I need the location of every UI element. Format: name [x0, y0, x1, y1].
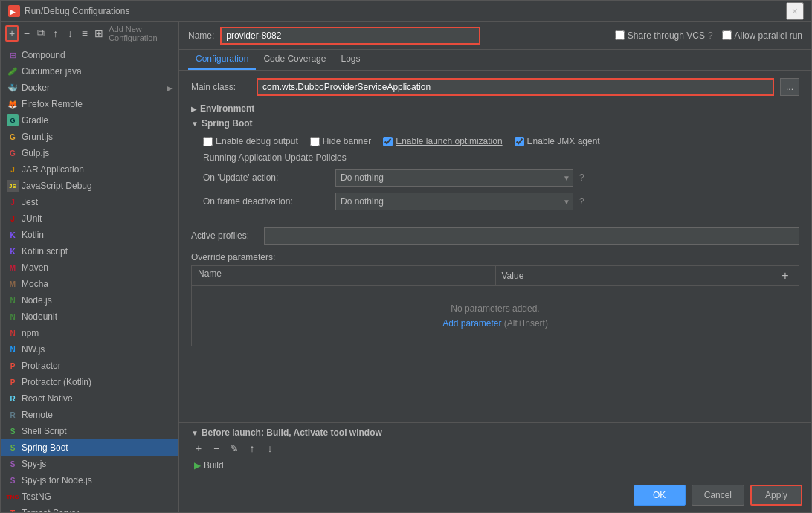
tab-code-coverage[interactable]: Code Coverage [256, 49, 333, 70]
gulp-label: Gulp.js [22, 148, 49, 158]
tree-item-testng[interactable]: TNG TestNG [1, 488, 178, 505]
tree-item-protractor[interactable]: P Protractor [1, 358, 178, 374]
allow-parallel-checkbox[interactable] [722, 30, 732, 40]
spring-boot-arrow[interactable]: ▼ [191, 120, 199, 128]
compound-label: Compound [22, 50, 65, 60]
nodejs-icon: N [7, 294, 19, 306]
on-frame-select-wrapper: Do nothing Update resources Update class… [335, 193, 573, 210]
tree-item-cucumber[interactable]: 🥒 Cucumber java [1, 63, 178, 80]
on-frame-select[interactable]: Do nothing Update resources Update class… [335, 193, 573, 210]
name-label: Name: [188, 30, 214, 41]
on-update-select[interactable]: Do nothing Update resources Update class… [335, 169, 573, 187]
tree-item-gulp[interactable]: G Gulp.js [1, 145, 178, 161]
protractor-kotlin-icon: P [7, 376, 19, 388]
tree-item-spy-js-node[interactable]: S Spy-js for Node.js [1, 472, 178, 488]
tree-item-compound[interactable]: ⊞ Compound [1, 47, 178, 63]
before-launch-section: ▼ Before launch: Build, Activate tool wi… [179, 422, 811, 477]
tree-item-tomcat[interactable]: T Tomcat Server ▶ [1, 505, 178, 512]
tree-item-nwjs[interactable]: N NW.js [1, 341, 178, 358]
override-add-button[interactable]: + [778, 268, 793, 283]
tree-item-spy-js[interactable]: S Spy-js [1, 456, 178, 472]
cancel-button[interactable]: Cancel [692, 485, 744, 506]
on-update-help-icon[interactable]: ? [579, 172, 584, 183]
tab-logs[interactable]: Logs [333, 49, 367, 70]
remove-config-button[interactable]: − [20, 25, 33, 42]
js-debug-icon: JS [7, 180, 19, 192]
kotlin-icon: K [7, 229, 19, 241]
name-bar-right: Share through VCS ? Allow parallel run [615, 30, 802, 41]
tree-item-jar[interactable]: J JAR Application [1, 161, 178, 178]
tree-item-js-debug[interactable]: JS JavaScript Debug [1, 178, 178, 194]
active-profiles-label: Active profiles: [191, 230, 258, 241]
add-param-link[interactable]: Add parameter [442, 318, 501, 329]
environment-arrow[interactable]: ▶ [191, 105, 197, 113]
tree-item-grunt[interactable]: G Grunt.js [1, 129, 178, 145]
tree-item-maven[interactable]: M Maven [1, 259, 178, 276]
on-frame-help-icon[interactable]: ? [579, 196, 584, 207]
sort-button[interactable]: ≡ [78, 25, 91, 42]
tree-item-protractor-kotlin[interactable]: P Protractor (Kotlin) [1, 374, 178, 390]
hide-banner-label: Hide banner [323, 136, 371, 146]
bl-up-button[interactable]: ↑ [245, 441, 260, 456]
tree-item-docker[interactable]: 🐳 Docker ▶ [1, 80, 178, 96]
cucumber-icon: 🥒 [7, 65, 19, 77]
main-class-input[interactable] [257, 78, 774, 96]
tree-item-react-native[interactable]: R React Native [1, 390, 178, 407]
close-button[interactable]: × [786, 2, 804, 20]
tree-item-nodeunit[interactable]: N Nodeunit [1, 309, 178, 325]
tree-item-gradle[interactable]: G Gradle [1, 112, 178, 129]
tree-item-npm[interactable]: N npm [1, 325, 178, 341]
enable-debug-checkbox[interactable] [203, 137, 213, 146]
expand-button[interactable]: ⊞ [93, 25, 106, 42]
right-panel: Name: Share through VCS ? Allow parallel… [179, 22, 811, 512]
enable-jmx-item: Enable JMX agent [515, 136, 600, 146]
enable-debug-label: Enable debug output [216, 136, 298, 146]
add-config-button[interactable]: + [5, 25, 19, 42]
share-help-icon[interactable]: ? [708, 30, 713, 41]
protractor-label: Protractor [22, 361, 61, 371]
spring-boot-icon: S [7, 442, 19, 454]
firefox-icon: 🦊 [7, 98, 19, 110]
name-input[interactable] [220, 27, 480, 45]
firefox-label: Firefox Remote [22, 99, 83, 109]
enable-launch-checkbox[interactable] [383, 137, 393, 146]
before-launch-arrow[interactable]: ▼ [191, 429, 199, 437]
enable-jmx-checkbox[interactable] [515, 137, 524, 146]
bl-remove-button[interactable]: − [209, 441, 224, 456]
cucumber-label: Cucumber java [22, 66, 82, 77]
ok-button[interactable]: OK [634, 485, 686, 506]
left-panel: + − ⧉ ↑ ↓ ≡ ⊞ Add New Configuration ⊞ Co… [1, 22, 179, 512]
enable-launch-label: Enable launch optimization [396, 136, 502, 146]
copy-config-button[interactable]: ⧉ [35, 25, 48, 42]
enable-launch-item: Enable launch optimization [383, 136, 502, 146]
tree-item-firefox[interactable]: 🦊 Firefox Remote [1, 96, 178, 112]
tree-item-remote[interactable]: R Remote [1, 407, 178, 423]
tree-item-junit[interactable]: J JUnit [1, 210, 178, 227]
tab-configuration[interactable]: Configuration [188, 49, 256, 70]
main-class-label: Main class: [191, 82, 251, 92]
testng-icon: TNG [7, 491, 19, 503]
bl-down-button[interactable]: ↓ [262, 441, 277, 456]
override-value-col: Value + [496, 266, 799, 285]
bl-edit-button[interactable]: ✎ [227, 441, 242, 456]
share-vcs-checkbox[interactable] [615, 30, 625, 40]
tree-item-nodejs[interactable]: N Node.js [1, 292, 178, 309]
move-down-button[interactable]: ↓ [64, 25, 77, 42]
tree-item-jest[interactable]: J Jest [1, 194, 178, 210]
environment-title: Environment [200, 103, 254, 114]
active-profiles-input[interactable] [264, 227, 799, 245]
tree-item-kotlin[interactable]: K Kotlin [1, 227, 178, 243]
apply-button[interactable]: Apply [750, 485, 802, 506]
main-class-browse-button[interactable]: ... [780, 78, 799, 96]
hide-banner-checkbox[interactable] [310, 137, 320, 146]
enable-debug-item: Enable debug output [203, 136, 298, 146]
compound-icon: ⊞ [7, 49, 19, 61]
tree-item-kotlin-script[interactable]: K Kotlin script [1, 243, 178, 259]
move-up-button[interactable]: ↑ [49, 25, 62, 42]
allow-parallel-label: Allow parallel run [735, 30, 802, 41]
bl-add-button[interactable]: + [191, 441, 206, 456]
tree-item-mocha[interactable]: M Mocha [1, 276, 178, 292]
hide-banner-item: Hide banner [310, 136, 371, 146]
tree-item-spring-boot[interactable]: S Spring Boot [1, 439, 178, 456]
tree-item-shell-script[interactable]: S Shell Script [1, 423, 178, 439]
